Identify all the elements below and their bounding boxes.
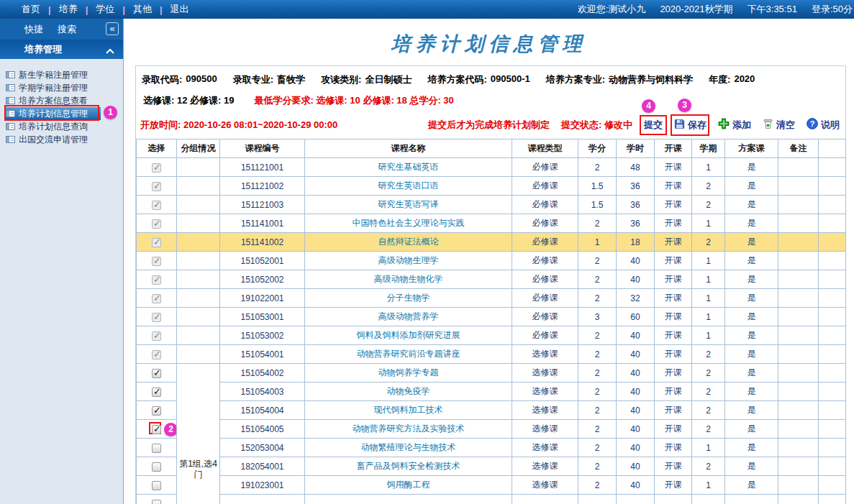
hours: 40 [617, 345, 655, 364]
row-checkbox[interactable] [152, 201, 161, 210]
select-cell [137, 158, 177, 177]
login-duration-text: 登录:50分 [812, 3, 853, 16]
top-nav-item[interactable]: 学位 [96, 3, 114, 16]
course-type: 必修课 [512, 214, 578, 233]
term: 1 [692, 476, 725, 495]
credit: 2 [578, 401, 617, 420]
note [778, 326, 819, 345]
row-checkbox[interactable] [152, 257, 161, 266]
chevron-up-icon[interactable] [106, 45, 114, 56]
row-checkbox[interactable] [152, 500, 161, 504]
table-row: 191023001 饲用酶工程 选修课 2 40 开课 1 是 [137, 476, 846, 495]
sidebar-section-header[interactable]: 培养管理 [0, 40, 123, 59]
course-link[interactable]: 中国特色社会主义理论与实践 [353, 218, 465, 228]
sidebar-item[interactable]: 新生学籍注册管理 [4, 68, 123, 81]
course-link[interactable]: 高级动物生理学 [378, 255, 439, 265]
course-name-cell: 高级动物生理学 [305, 252, 512, 270]
row-checkbox[interactable] [152, 182, 161, 191]
info-field: 录取专业:畜牧学 [233, 73, 305, 86]
note [778, 308, 819, 326]
plan-course: 是 [725, 289, 778, 308]
credit: 2 [578, 270, 617, 289]
term: 1 [692, 289, 725, 308]
row-checkbox[interactable] [152, 481, 161, 490]
course-link[interactable]: 饲料及饲料添加剂研究进展 [357, 330, 460, 340]
term: 2 [692, 345, 725, 364]
extra-cell [819, 270, 846, 289]
extra-cell [819, 289, 846, 308]
term: 2 [692, 233, 725, 252]
clear-button[interactable]: 清空 [763, 119, 795, 132]
sidebar-item[interactable]: 培养方案信息查看 [4, 94, 123, 107]
course-link[interactable]: 动物营养研究前沿专题讲座 [357, 349, 460, 359]
top-nav-item[interactable]: 其他 [133, 3, 152, 16]
tab-search[interactable]: 搜索 [58, 23, 76, 36]
course-link[interactable]: 研究生英语写译 [378, 199, 439, 209]
save-button[interactable]: 3 保存 [674, 119, 707, 132]
course-link[interactable]: 高级动物营养学 [378, 311, 439, 321]
top-nav-item[interactable]: 培养 [59, 3, 78, 16]
course-link[interactable]: 饲用酶工程 [387, 480, 430, 490]
row-checkbox[interactable] [152, 275, 161, 285]
add-button[interactable]: 添加 [718, 118, 751, 132]
row-checkbox[interactable] [152, 462, 161, 472]
row-checkbox[interactable] [152, 219, 161, 229]
row-checkbox[interactable] [152, 406, 161, 416]
course-type: 选修课 [512, 457, 578, 476]
sidebar-item[interactable]: 出国交流申请管理 [4, 133, 123, 146]
hours: 36 [617, 214, 655, 233]
credit: 2 [578, 252, 617, 270]
add-icon [718, 118, 730, 132]
annotation-badge-1: 1 [104, 106, 117, 119]
course-code: 151054004 [220, 401, 305, 420]
row-checkbox[interactable] [152, 238, 161, 247]
top-nav-item[interactable]: 退出 [171, 3, 189, 16]
row-checkbox[interactable] [152, 163, 161, 173]
note [778, 420, 819, 439]
plan-course: 是 [725, 252, 778, 270]
open-status: 开课 [655, 196, 692, 214]
row-checkbox[interactable] [152, 444, 161, 453]
sidebar-item[interactable]: 培养计划信息查询 [4, 120, 123, 133]
row-checkbox[interactable] [152, 313, 161, 322]
row-checkbox[interactable] [152, 350, 161, 359]
course-link[interactable]: 分子生物学 [387, 293, 430, 303]
course-link[interactable]: 自然辩证法概论 [378, 237, 439, 247]
group-cell [177, 270, 220, 289]
sidebar-collapse-icon[interactable]: « [106, 22, 119, 35]
course-link[interactable]: 动物营养研究方法及实验技术 [353, 423, 465, 434]
course-link[interactable]: 研究生英语口语 [378, 180, 439, 191]
course-link[interactable]: 高级动物生物化学 [374, 274, 443, 284]
help-button[interactable]: ? 说明 [807, 118, 840, 132]
course-type: 必修课 [512, 196, 578, 214]
row-checkbox[interactable] [152, 425, 161, 434]
row-checkbox[interactable] [152, 388, 161, 397]
table-row: 151141002 自然辩证法概论 必修课 1 18 开课 2 是 [137, 233, 846, 252]
nav-separator: | [160, 4, 163, 15]
sidebar-item[interactable]: 学期学籍注册管理 [4, 81, 123, 94]
term: 2 [692, 457, 725, 476]
open-status: 开课 [655, 476, 692, 495]
plan-panel: 录取代码:090500录取专业:畜牧学攻读类别:全日制硕士培养方案代码:0905… [135, 65, 846, 504]
course-link[interactable]: 研究生基础英语 [378, 162, 439, 172]
course-name-cell: 畜产品及饲料安全检测技术 [305, 457, 512, 476]
submit-button[interactable]: 4 提交 [644, 119, 663, 132]
course-link[interactable]: 现代饲料加工技术 [374, 405, 443, 415]
tab-quick[interactable]: 快捷 [24, 23, 43, 36]
top-nav-item[interactable]: 首页 [22, 3, 40, 16]
course-link[interactable]: 动物繁殖理论与生物技术 [361, 442, 456, 452]
row-checkbox[interactable] [152, 331, 161, 341]
course-type: 必修课 [512, 177, 578, 196]
row-checkbox[interactable] [152, 369, 161, 378]
sidebar-item-active[interactable]: 培养计划信息管理 1 [4, 107, 123, 120]
course-link[interactable]: 动物免疫学 [387, 386, 430, 396]
course-link[interactable]: 动物饲养学专题 [378, 367, 439, 377]
extra-cell [819, 345, 846, 364]
note [778, 345, 819, 364]
course-code: 151054002 [220, 364, 305, 382]
plan-course: 是 [725, 233, 778, 252]
course-link[interactable]: 畜产品及饲料安全检测技术 [357, 461, 460, 471]
hours: 40 [617, 401, 655, 420]
row-checkbox[interactable] [152, 294, 161, 303]
extra-cell [819, 252, 846, 270]
